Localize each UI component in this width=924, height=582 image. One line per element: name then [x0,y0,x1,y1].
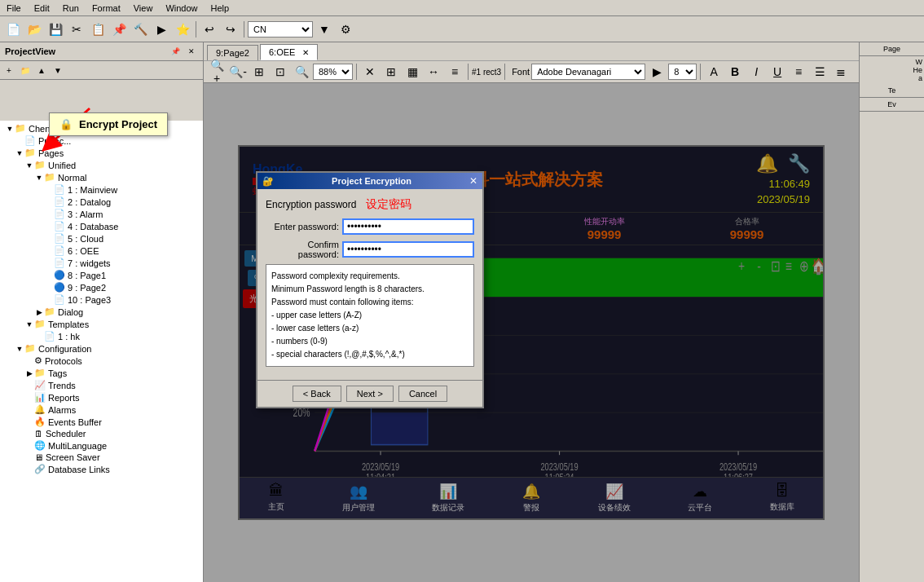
tab-oee[interactable]: 6:OEE ✕ [260,44,318,60]
tree-label-page3: 10 : Page3 [68,295,111,305]
props-button[interactable]: ≡ [445,62,464,82]
undo-button[interactable]: ↩ [200,20,219,39]
tree-up-button[interactable]: ▲ [34,63,49,77]
new-button[interactable]: 📄 [3,20,23,39]
tree-item-configuration[interactable]: ▼ 📁 Configuration [2,342,201,355]
menu-format[interactable]: Format [86,3,127,13]
enter-password-input[interactable] [342,218,474,235]
star-button[interactable]: ⭐ [173,20,192,39]
run-button[interactable]: ▶ [152,20,171,39]
tree-item-reports[interactable]: 📊 Reports [2,391,201,403]
font-size-select[interactable]: 8 [668,64,697,80]
tree-down-button[interactable]: ▼ [51,63,65,77]
copy-button[interactable]: 📋 [88,20,108,39]
menu-help[interactable]: Help [205,3,236,13]
tree-item-tags[interactable]: ▶ 📁 Tags [2,367,201,379]
cancel-button[interactable]: Cancel [398,386,447,402]
panel-title: ProjectView 📌 ✕ [0,42,203,61]
zoom-out-button[interactable]: 🔍- [228,62,248,82]
tree-item-alarms[interactable]: 🔔 Alarms [2,403,201,416]
tree-item-datalog[interactable]: 📄 2 : Datalog [2,196,201,208]
align-right-button[interactable]: ≣ [831,62,851,82]
tree-item-unified[interactable]: ▼ 📁 Unified [2,159,201,171]
tree-label-mainview: 1 : Mainview [68,185,117,195]
grid-button[interactable]: ▦ [403,62,422,82]
tree-item-page3[interactable]: 📄 10 : Page3 [2,293,201,306]
tree-item-cloud[interactable]: 📄 5 : Cloud [2,232,201,245]
font-arrow-button[interactable]: ▶ [647,62,667,82]
tree-item-screensaver[interactable]: 🖥 Screen Saver [2,452,201,463]
tree-item-page2[interactable]: 🔵 9 : Page2 [2,281,201,293]
back-button[interactable]: < Back [293,386,341,402]
page-icon-7: 📄 [54,258,65,268]
tree-item-trends[interactable]: 📈 Trends [2,379,201,391]
complexity-rule-0: Minimum Password length is 8 characters. [271,283,469,296]
tree-item-hk[interactable]: 📄 1 : hk [2,330,201,342]
right-panel-te[interactable]: Te [860,84,924,98]
dialog-close-button[interactable]: ✕ [469,175,477,187]
menu-window[interactable]: Window [159,3,204,13]
tab-oee-close[interactable]: ✕ [302,48,309,57]
build-button[interactable]: 🔨 [130,20,150,39]
tree-item-mainview[interactable]: 📄 1 : Mainview [2,183,201,196]
underline-button[interactable]: U [768,62,787,82]
tree-item-scheduler[interactable]: 🗓 Scheduler [2,428,201,439]
move-button[interactable]: ↔ [424,62,443,82]
toggle-chengdu[interactable]: ▼ [5,125,15,133]
open-button[interactable]: 📂 [24,20,44,39]
tree-folder-button[interactable]: 📁 [18,63,33,77]
confirm-password-input[interactable] [342,241,474,258]
align-button[interactable]: ⊞ [381,62,401,82]
tree-item-normal[interactable]: ▼ 📁 Normal [2,171,201,183]
cn-select[interactable]: CN [248,21,313,37]
right-panel-ev[interactable]: Ev [860,98,924,112]
right-panel-page[interactable]: Page [860,42,924,56]
next-button[interactable]: Next > [346,386,394,402]
tree-item-database[interactable]: 📄 4 : Database [2,220,201,232]
zoom-select[interactable]: 88% [313,64,353,80]
icon-trends: 📈 [34,380,46,390]
tree-label-configuration: Configuration [38,344,91,354]
extra-btn[interactable]: ⚙ [336,20,355,39]
menu-bar: File Edit Run Format View Window Help [0,0,924,16]
paste-button[interactable]: 📌 [109,20,129,39]
bold-button[interactable]: B [725,62,745,82]
tree-item-events[interactable]: 🔥 Events Buffer [2,416,201,428]
tree-item-dblinks[interactable]: 🔗 Database Links [2,463,201,475]
align-left-button[interactable]: ≡ [789,62,808,82]
tree-add-button[interactable]: + [2,63,16,77]
toggle-pages[interactable]: ▼ [15,149,24,157]
tree-item-oee[interactable]: 📄 6 : OEE [2,245,201,257]
toggle-normal[interactable]: ▼ [34,174,44,182]
save-button[interactable]: 💾 [46,20,65,39]
page-icon-9: 🔵 [54,282,65,293]
toggle-unified[interactable]: ▼ [24,161,34,170]
tree-item-multilang[interactable]: 🌐 MultiLanguage [2,439,201,452]
dropdown-btn[interactable]: ▼ [315,20,334,39]
align-center-button[interactable]: ☰ [810,62,829,82]
redo-button[interactable]: ↪ [221,20,240,39]
panel-pin-button[interactable]: 📌 [169,45,182,58]
menu-edit[interactable]: Edit [28,3,56,13]
zoom-fit-button[interactable]: ⊞ [249,62,269,82]
zoom-in-button[interactable]: 🔍+ [207,62,227,82]
font-color-button[interactable]: A [704,62,724,82]
menu-file[interactable]: File [0,3,28,13]
tree-item-dialog[interactable]: ▶ 📁 Dialog [2,306,201,318]
font-select[interactable]: Adobe Devanagari [531,64,645,80]
tree-item-widgets[interactable]: 📄 7 : widgets [2,257,201,269]
close-x-button[interactable]: ✕ [360,62,380,82]
tree-item-protocols[interactable]: ⚙ Protocols [2,355,201,367]
italic-button[interactable]: I [746,62,766,82]
zoom-page-button[interactable]: 🔍 [292,62,311,82]
tree-item-templates[interactable]: ▼ 📁 Templates [2,318,201,330]
cut-button[interactable]: ✂ [67,20,86,39]
folder-icon: 📁 [15,123,26,134]
tree-item-alarm[interactable]: 📄 3 : Alarm [2,208,201,220]
menu-run[interactable]: Run [56,3,86,13]
panel-close-button[interactable]: ✕ [185,45,198,58]
icon-dblinks: 🔗 [34,464,46,474]
tree-item-page1[interactable]: 🔵 8 : Page1 [2,269,201,281]
menu-view[interactable]: View [127,3,160,13]
zoom-actual-button[interactable]: ⊡ [271,62,290,82]
